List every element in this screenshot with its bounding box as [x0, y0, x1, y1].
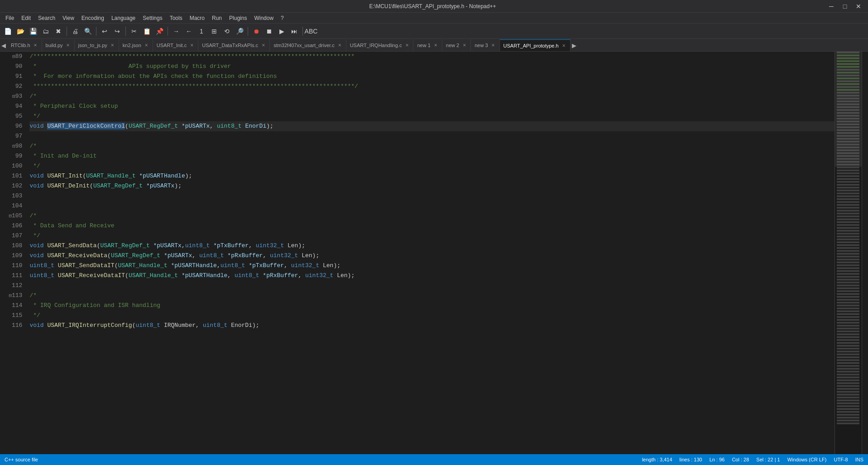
line-number-101: 101 [5, 171, 22, 181]
code-line-103 [29, 191, 834, 201]
toolbar-sep-4 [168, 27, 168, 36]
toolbar-close[interactable]: ✖ [53, 25, 64, 37]
toolbar-num[interactable]: 1 [196, 25, 207, 37]
tab-7[interactable]: USART_IRQHandling.c× [346, 39, 414, 51]
toolbar-macro-stop[interactable]: ⏹ [263, 25, 275, 37]
tab-5[interactable]: USART_DataTxRxAPIs.c× [198, 39, 270, 51]
code-line-112 [29, 281, 834, 291]
fold-marker-113[interactable]: ⊟ [5, 291, 12, 301]
menu-item-encoding[interactable]: Encoding [78, 13, 108, 23]
status-sel[interactable]: Sel : 22 | 1 [756, 457, 780, 462]
tab-close-1[interactable]: × [66, 42, 71, 48]
toolbar-save-all[interactable]: 🗂 [40, 25, 52, 37]
menu-item-tools[interactable]: Tools [166, 13, 186, 23]
tab-close-3[interactable]: × [144, 42, 149, 48]
line-number-97: 97 [5, 131, 22, 141]
tab-10[interactable]: new 3× [471, 39, 499, 51]
tab-1[interactable]: build.py× [42, 39, 75, 51]
toolbar-zoom[interactable]: 🔎 [234, 25, 245, 37]
tab-close-10[interactable]: × [491, 42, 496, 48]
menu-item-file[interactable]: File [2, 13, 18, 23]
toolbar-save[interactable]: 💾 [27, 25, 39, 37]
tab-close-7[interactable]: × [404, 42, 409, 48]
tab-9[interactable]: new 2× [442, 39, 471, 51]
status-insert-mode[interactable]: INS [855, 457, 863, 462]
menu-item-?[interactable]: ? [277, 13, 288, 23]
toolbar-macro-play[interactable]: ▶ [276, 25, 288, 37]
toolbar-print[interactable]: 🖨 [69, 25, 81, 37]
tab-label-10: new 3 [475, 43, 488, 48]
tab-6[interactable]: stm32f407xx_usart_driver.c× [270, 39, 346, 51]
vertical-scrollbar[interactable] [862, 52, 868, 454]
toolbar-cut[interactable]: ✂ [128, 25, 140, 37]
code-line-107: */ [29, 231, 834, 241]
fold-marker-98[interactable]: ⊟ [9, 141, 15, 151]
tab-4[interactable]: USART_Init.c× [153, 39, 198, 51]
toolbar-redo[interactable]: ↪ [111, 25, 123, 37]
toolbar-macro-run[interactable]: ⏭ [288, 25, 300, 37]
toolbar-paste[interactable]: 📌 [153, 25, 165, 37]
toolbar-undo[interactable]: ↩ [99, 25, 110, 37]
fold-marker-89[interactable]: ⊟ [9, 52, 15, 62]
toolbar-unindent[interactable]: ← [183, 25, 195, 37]
fold-marker-93[interactable]: ⊟ [9, 91, 15, 101]
maximize-button[interactable]: □ [839, 2, 851, 11]
line-number-113: ⊟113 [5, 291, 22, 301]
close-button[interactable]: ✕ [853, 2, 864, 11]
menu-item-view[interactable]: View [59, 13, 78, 23]
toolbar-indent[interactable]: → [170, 25, 182, 37]
status-encoding[interactable]: UTF-8 [834, 457, 848, 462]
menu-item-run[interactable]: Run [208, 13, 225, 23]
code-line-97 [29, 131, 834, 141]
code-line-102: void USART_DeInit(USART_RegDef_t *pUSART… [29, 181, 834, 191]
toolbar-extra[interactable]: ABC [305, 25, 317, 37]
tab-0[interactable]: RTClib.h× [7, 39, 42, 51]
menu-item-edit[interactable]: Edit [18, 13, 34, 23]
status-length[interactable]: length : 3,414 [642, 457, 672, 462]
tabs-scroll-right[interactable]: ▶ [571, 39, 578, 51]
editor-container: ⊟89909192⊟9394959697⊟9899100101102103104… [0, 52, 868, 454]
line-number-106: 106 [5, 221, 22, 231]
code-content[interactable]: /***************************************… [26, 52, 834, 454]
tab-2[interactable]: json_to_js.py× [75, 39, 119, 51]
tab-close-6[interactable]: × [337, 42, 342, 48]
tab-3[interactable]: kn2.json× [119, 39, 153, 51]
status-line-ending[interactable]: Windows (CR LF) [787, 457, 827, 462]
menu-item-language[interactable]: Language [108, 13, 139, 23]
tab-close-0[interactable]: × [33, 42, 38, 48]
menu-item-search[interactable]: Search [34, 13, 59, 23]
status-lines[interactable]: lines : 130 [680, 457, 702, 462]
tab-close-4[interactable]: × [189, 42, 194, 48]
code-line-104 [29, 201, 834, 211]
toolbar-open[interactable]: 📂 [14, 25, 26, 37]
status-ln[interactable]: Ln : 96 [710, 457, 725, 462]
tab-8[interactable]: new 1× [413, 39, 442, 51]
tab-close-11[interactable]: × [561, 43, 566, 49]
tab-close-9[interactable]: × [462, 42, 467, 48]
line-number-115: 115 [5, 311, 22, 321]
toolbar-new[interactable]: 📄 [2, 25, 14, 37]
minimize-button[interactable]: ─ [825, 2, 837, 11]
tab-11[interactable]: USART_API_prototype.h× [500, 39, 571, 51]
toolbar-macro-rec[interactable]: ⏺ [250, 25, 262, 37]
status-col[interactable]: Col : 28 [732, 457, 749, 462]
tab-label-1: build.py [46, 43, 63, 48]
tabs-scroll-left[interactable]: ◀ [0, 39, 7, 51]
toolbar-copy[interactable]: 📋 [141, 25, 153, 37]
menu-item-window[interactable]: Window [250, 13, 277, 23]
menu-item-macro[interactable]: Macro [186, 13, 208, 23]
tab-close-8[interactable]: × [433, 42, 438, 48]
menu-item-plugins[interactable]: Plugins [225, 13, 250, 23]
fold-marker-105[interactable]: ⊟ [5, 211, 12, 221]
tab-close-5[interactable]: × [261, 42, 266, 48]
toolbar-wrap[interactable]: ⊞ [208, 25, 220, 37]
menu-item-settings[interactable]: Settings [139, 13, 166, 23]
code-line-105: /* [29, 211, 834, 221]
toolbar-find[interactable]: 🔍 [82, 25, 94, 37]
code-line-93: /* [29, 91, 834, 101]
code-line-115: */ [29, 311, 834, 321]
status-file-type[interactable]: C++ source file [5, 457, 38, 462]
toolbar-sync[interactable]: ⟲ [221, 25, 233, 37]
window-title: E:\MCU1\files\USART_API_prototype.h - No… [40, 3, 825, 10]
tab-close-2[interactable]: × [110, 42, 115, 48]
